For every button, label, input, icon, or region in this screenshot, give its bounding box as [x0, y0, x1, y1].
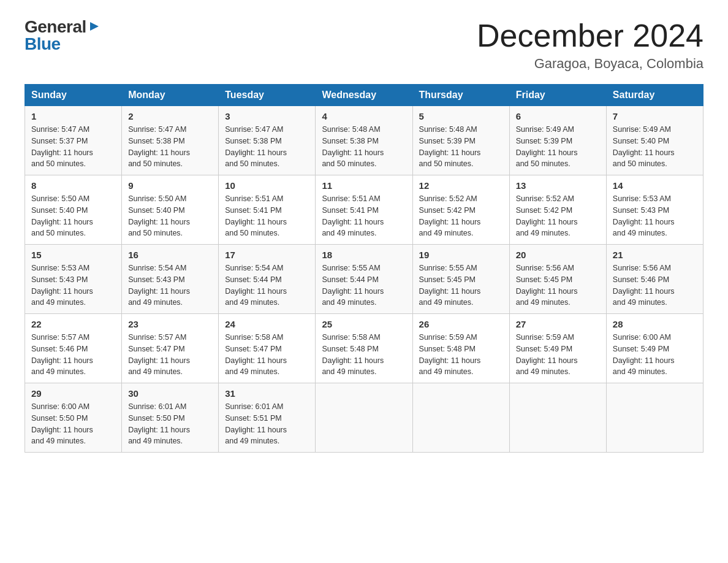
day-number: 28	[613, 319, 697, 329]
day-number: 20	[516, 250, 600, 260]
logo-arrow-icon	[88, 20, 101, 33]
day-info: Sunrise: 6:00 AM Sunset: 5:50 PM Dayligh…	[31, 401, 115, 447]
day-info: Sunrise: 5:58 AM Sunset: 5:48 PM Dayligh…	[322, 332, 406, 378]
calendar-cell: 5 Sunrise: 5:48 AM Sunset: 5:39 PM Dayli…	[412, 106, 509, 175]
day-number: 11	[322, 180, 406, 191]
calendar-week-4: 22 Sunrise: 5:57 AM Sunset: 5:46 PM Dayl…	[25, 314, 703, 383]
calendar-cell: 28 Sunrise: 6:00 AM Sunset: 5:49 PM Dayl…	[606, 314, 703, 383]
day-info: Sunrise: 5:55 AM Sunset: 5:44 PM Dayligh…	[322, 262, 406, 308]
day-number: 10	[225, 180, 309, 191]
day-info: Sunrise: 5:53 AM Sunset: 5:43 PM Dayligh…	[31, 262, 115, 308]
day-number: 22	[31, 319, 115, 329]
calendar-cell: 27 Sunrise: 5:59 AM Sunset: 5:49 PM Dayl…	[509, 314, 606, 383]
calendar-cell: 24 Sunrise: 5:58 AM Sunset: 5:47 PM Dayl…	[219, 314, 316, 383]
day-number: 7	[613, 111, 697, 121]
calendar-cell: 19 Sunrise: 5:55 AM Sunset: 5:45 PM Dayl…	[412, 245, 509, 314]
calendar-cell: 8 Sunrise: 5:50 AM Sunset: 5:40 PM Dayli…	[25, 175, 122, 245]
calendar-cell: 30 Sunrise: 6:01 AM Sunset: 5:50 PM Dayl…	[122, 383, 219, 453]
day-number: 15	[31, 250, 115, 260]
calendar-title: December 2024	[477, 18, 703, 53]
header-tuesday: Tuesday	[219, 85, 316, 106]
day-number: 14	[613, 180, 697, 191]
day-number: 1	[31, 111, 115, 121]
day-info: Sunrise: 6:01 AM Sunset: 5:51 PM Dayligh…	[225, 401, 309, 447]
day-info: Sunrise: 5:55 AM Sunset: 5:45 PM Dayligh…	[419, 262, 503, 308]
calendar-cell: 16 Sunrise: 5:54 AM Sunset: 5:43 PM Dayl…	[122, 245, 219, 314]
day-number: 9	[128, 180, 212, 191]
calendar-cell: 1 Sunrise: 5:47 AM Sunset: 5:37 PM Dayli…	[25, 106, 122, 175]
day-number: 21	[613, 250, 697, 260]
day-number: 5	[419, 111, 503, 121]
day-info: Sunrise: 5:56 AM Sunset: 5:46 PM Dayligh…	[613, 262, 697, 308]
calendar-cell: 11 Sunrise: 5:51 AM Sunset: 5:41 PM Dayl…	[316, 175, 412, 245]
day-info: Sunrise: 5:59 AM Sunset: 5:49 PM Dayligh…	[516, 332, 600, 378]
day-info: Sunrise: 5:52 AM Sunset: 5:42 PM Dayligh…	[419, 193, 503, 239]
calendar-cell: 15 Sunrise: 5:53 AM Sunset: 5:43 PM Dayl…	[25, 245, 122, 314]
day-info: Sunrise: 5:48 AM Sunset: 5:39 PM Dayligh…	[419, 124, 503, 170]
calendar-week-5: 29 Sunrise: 6:00 AM Sunset: 5:50 PM Dayl…	[25, 383, 703, 453]
header-wednesday: Wednesday	[316, 85, 412, 106]
calendar-cell: 29 Sunrise: 6:00 AM Sunset: 5:50 PM Dayl…	[25, 383, 122, 453]
calendar-week-3: 15 Sunrise: 5:53 AM Sunset: 5:43 PM Dayl…	[25, 245, 703, 314]
day-number: 19	[419, 250, 503, 260]
calendar-cell: 23 Sunrise: 5:57 AM Sunset: 5:47 PM Dayl…	[122, 314, 219, 383]
day-number: 24	[225, 319, 309, 329]
header-friday: Friday	[509, 85, 606, 106]
day-info: Sunrise: 5:50 AM Sunset: 5:40 PM Dayligh…	[31, 193, 115, 239]
header-thursday: Thursday	[412, 85, 509, 106]
logo-general-text: General	[25, 18, 86, 36]
calendar-cell: 4 Sunrise: 5:48 AM Sunset: 5:38 PM Dayli…	[316, 106, 412, 175]
day-info: Sunrise: 5:48 AM Sunset: 5:38 PM Dayligh…	[322, 124, 406, 170]
calendar-cell: 22 Sunrise: 5:57 AM Sunset: 5:46 PM Dayl…	[25, 314, 122, 383]
header-monday: Monday	[122, 85, 219, 106]
day-info: Sunrise: 5:47 AM Sunset: 5:38 PM Dayligh…	[128, 124, 212, 170]
day-info: Sunrise: 5:57 AM Sunset: 5:46 PM Dayligh…	[31, 332, 115, 378]
calendar-subtitle: Garagoa, Boyaca, Colombia	[477, 56, 703, 72]
calendar-cell: 9 Sunrise: 5:50 AM Sunset: 5:40 PM Dayli…	[122, 175, 219, 245]
calendar-table: SundayMondayTuesdayWednesdayThursdayFrid…	[25, 84, 703, 453]
day-number: 17	[225, 250, 309, 260]
calendar-cell: 10 Sunrise: 5:51 AM Sunset: 5:41 PM Dayl…	[219, 175, 316, 245]
day-info: Sunrise: 5:57 AM Sunset: 5:47 PM Dayligh…	[128, 332, 212, 378]
day-info: Sunrise: 5:59 AM Sunset: 5:48 PM Dayligh…	[419, 332, 503, 378]
logo: General Blue	[25, 18, 101, 53]
day-number: 23	[128, 319, 212, 329]
day-number: 31	[225, 388, 309, 399]
day-number: 18	[322, 250, 406, 260]
day-number: 4	[322, 111, 406, 121]
day-number: 2	[128, 111, 212, 121]
day-number: 13	[516, 180, 600, 191]
calendar-cell: 3 Sunrise: 5:47 AM Sunset: 5:38 PM Dayli…	[219, 106, 316, 175]
day-info: Sunrise: 5:47 AM Sunset: 5:38 PM Dayligh…	[225, 124, 309, 170]
day-number: 29	[31, 388, 115, 399]
page-header: General Blue December 2024 Garagoa, Boya…	[25, 18, 703, 72]
day-info: Sunrise: 5:53 AM Sunset: 5:43 PM Dayligh…	[613, 193, 697, 239]
calendar-week-1: 1 Sunrise: 5:47 AM Sunset: 5:37 PM Dayli…	[25, 106, 703, 175]
calendar-cell: 17 Sunrise: 5:54 AM Sunset: 5:44 PM Dayl…	[219, 245, 316, 314]
day-info: Sunrise: 5:58 AM Sunset: 5:47 PM Dayligh…	[225, 332, 309, 378]
calendar-cell: 31 Sunrise: 6:01 AM Sunset: 5:51 PM Dayl…	[219, 383, 316, 453]
calendar-cell: 18 Sunrise: 5:55 AM Sunset: 5:44 PM Dayl…	[316, 245, 412, 314]
day-number: 3	[225, 111, 309, 121]
day-info: Sunrise: 5:56 AM Sunset: 5:45 PM Dayligh…	[516, 262, 600, 308]
day-info: Sunrise: 5:47 AM Sunset: 5:37 PM Dayligh…	[31, 124, 115, 170]
day-number: 25	[322, 319, 406, 329]
day-info: Sunrise: 6:01 AM Sunset: 5:50 PM Dayligh…	[128, 401, 212, 447]
day-number: 16	[128, 250, 212, 260]
calendar-cell: 14 Sunrise: 5:53 AM Sunset: 5:43 PM Dayl…	[606, 175, 703, 245]
day-number: 12	[419, 180, 503, 191]
day-number: 6	[516, 111, 600, 121]
calendar-cell: 20 Sunrise: 5:56 AM Sunset: 5:45 PM Dayl…	[509, 245, 606, 314]
calendar-cell: 21 Sunrise: 5:56 AM Sunset: 5:46 PM Dayl…	[606, 245, 703, 314]
day-info: Sunrise: 5:54 AM Sunset: 5:44 PM Dayligh…	[225, 262, 309, 308]
header-sunday: Sunday	[25, 85, 122, 106]
calendar-cell	[316, 383, 412, 453]
day-number: 8	[31, 180, 115, 191]
calendar-cell: 6 Sunrise: 5:49 AM Sunset: 5:39 PM Dayli…	[509, 106, 606, 175]
day-info: Sunrise: 5:54 AM Sunset: 5:43 PM Dayligh…	[128, 262, 212, 308]
calendar-header-row: SundayMondayTuesdayWednesdayThursdayFrid…	[25, 85, 703, 106]
day-info: Sunrise: 5:51 AM Sunset: 5:41 PM Dayligh…	[322, 193, 406, 239]
day-info: Sunrise: 5:49 AM Sunset: 5:39 PM Dayligh…	[516, 124, 600, 170]
calendar-cell	[412, 383, 509, 453]
day-info: Sunrise: 5:49 AM Sunset: 5:40 PM Dayligh…	[613, 124, 697, 170]
